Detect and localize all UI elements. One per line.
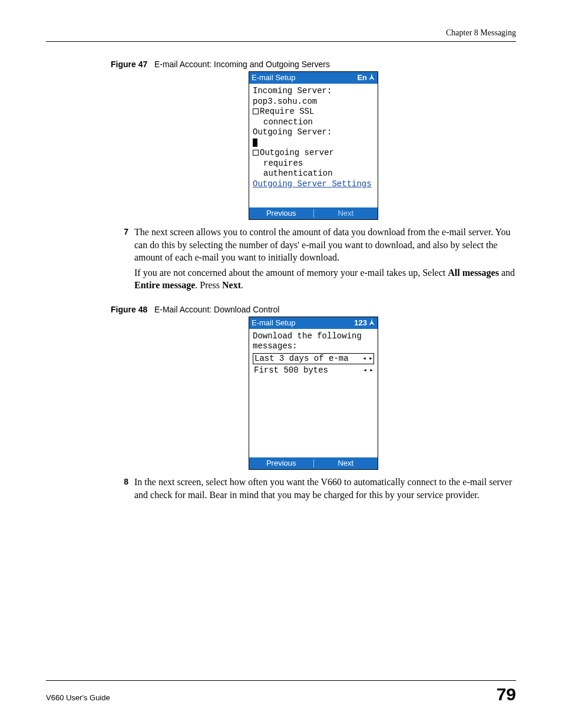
phone-titlebar: E-mail Setup En bbox=[249, 72, 378, 84]
figure-47-caption: Figure 47 E-mail Account: Incoming and O… bbox=[111, 60, 516, 69]
figure-48-text: E-Mail Account: Download Control bbox=[154, 305, 279, 314]
outgoing-auth-line1: Outgoing server bbox=[260, 148, 334, 157]
outgoing-auth-line2: requires bbox=[253, 159, 374, 169]
step-8-number: 8 bbox=[111, 476, 134, 503]
previous-softkey[interactable]: Previous bbox=[249, 209, 313, 218]
phone-footer: Previous Next bbox=[249, 457, 378, 469]
outgoing-server-label: Outgoing Server: bbox=[253, 127, 374, 138]
left-right-arrows-icon: ◂ ▸ bbox=[362, 355, 372, 363]
days-selector[interactable]: Last 3 days of e-ma ◂ ▸ bbox=[253, 353, 374, 365]
input-mode-indicator: En bbox=[357, 73, 367, 83]
previous-softkey[interactable]: Previous bbox=[249, 459, 313, 468]
figure-47-label: Figure 47 bbox=[111, 60, 147, 69]
page-header: Chapter 8 Messaging bbox=[46, 28, 516, 42]
size-selector-value: First 500 bytes bbox=[254, 365, 328, 376]
download-prompt-line1: Download the following bbox=[253, 331, 374, 342]
text-cursor bbox=[253, 139, 257, 147]
phone-title: E-mail Setup bbox=[252, 73, 295, 83]
phone-footer: Previous Next bbox=[249, 207, 378, 219]
size-selector[interactable]: First 500 bytes ◂ ▸ bbox=[253, 365, 374, 376]
connection-label: connection bbox=[253, 117, 374, 128]
next-softkey[interactable]: Next bbox=[314, 209, 378, 218]
phone-screenshot-download: E-mail Setup 123 Download the following … bbox=[249, 317, 378, 470]
incoming-server-label: Incoming Server: bbox=[253, 86, 374, 97]
step-7-para-1: The next screen allows you to control th… bbox=[134, 226, 516, 264]
require-ssl-label: Require SSL bbox=[260, 107, 314, 116]
chapter-label: Chapter 8 Messaging bbox=[446, 28, 516, 37]
figure-48-caption: Figure 48 E-Mail Account: Download Contr… bbox=[111, 305, 516, 314]
days-selector-value: Last 3 days of e-ma bbox=[254, 354, 349, 364]
outgoing-auth-line3: authentication bbox=[253, 169, 374, 179]
footer-guide-name: V660 User's Guide bbox=[46, 693, 110, 702]
step-8-para-1: In the next screen, select how often you… bbox=[134, 476, 516, 501]
outgoing-auth-row[interactable]: Outgoing server bbox=[253, 148, 374, 159]
left-right-arrows-icon: ◂ ▸ bbox=[363, 367, 373, 375]
page-footer: V660 User's Guide 79 bbox=[46, 680, 516, 704]
signal-icon bbox=[368, 318, 375, 328]
require-ssl-row[interactable]: Require SSL bbox=[253, 107, 374, 117]
outgoing-server-settings-link[interactable]: Outgoing Server Settings bbox=[253, 179, 372, 189]
footer-page-number: 79 bbox=[497, 684, 516, 704]
require-ssl-checkbox[interactable] bbox=[253, 108, 259, 114]
phone-screenshot-servers: E-mail Setup En Incoming Server: pop3.so… bbox=[249, 71, 378, 220]
incoming-server-value: pop3.sohu.com bbox=[253, 97, 374, 107]
phone-title: E-mail Setup bbox=[252, 318, 295, 328]
input-mode-indicator: 123 bbox=[354, 318, 367, 328]
step-8: 8 In the next screen, select how often y… bbox=[111, 476, 516, 503]
figure-48-label: Figure 48 bbox=[111, 305, 147, 314]
step-7: 7 The next screen allows you to control … bbox=[111, 226, 516, 294]
signal-icon bbox=[368, 73, 375, 83]
phone-titlebar: E-mail Setup 123 bbox=[249, 317, 378, 329]
next-softkey[interactable]: Next bbox=[314, 459, 378, 468]
outgoing-auth-checkbox[interactable] bbox=[253, 150, 259, 156]
figure-47-text: E-mail Account: Incoming and Outgoing Se… bbox=[154, 60, 330, 69]
step-7-para-2: If you are not concerned about the amoun… bbox=[134, 266, 516, 292]
step-7-number: 7 bbox=[111, 226, 134, 294]
outgoing-server-input[interactable] bbox=[253, 138, 374, 149]
download-prompt-line2: messages: bbox=[253, 341, 374, 352]
